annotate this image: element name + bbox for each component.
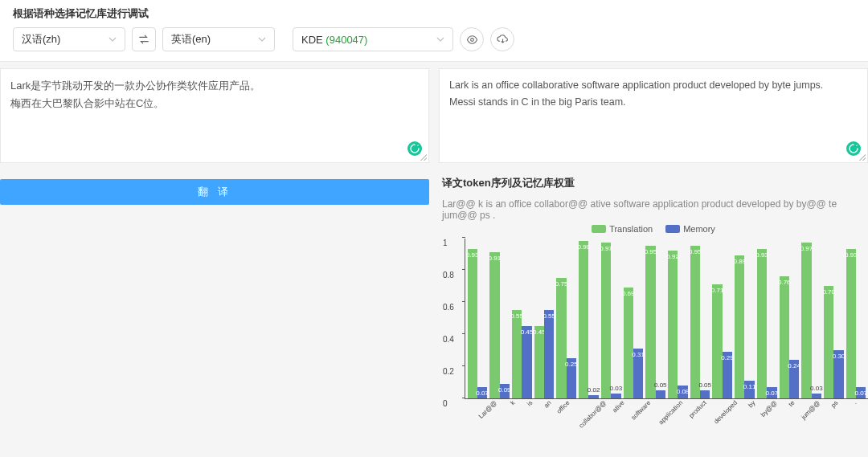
resize-handle-icon[interactable] [859,154,866,161]
source-language-select[interactable]: 汉语(zh) [13,27,125,51]
legend-item-translation[interactable]: Translation [592,224,653,234]
bar-translation: 0.97 [801,243,811,398]
target-column: Lark is an office collaborative software… [434,68,868,457]
bar-translation: 0.70 [824,286,833,398]
bar-memory: 0.05 [700,390,710,398]
bar-translation: 0.76 [780,276,789,398]
bar-memory: 0.03 [812,394,821,398]
plot-area: 0.930.070.910.090.550.450.450.550.750.25… [465,239,868,399]
chevron-down-icon [258,34,266,46]
bar-memory: 0.07 [767,387,776,398]
bar-group: 0.970.03 [600,239,621,398]
bar-memory: 0.45 [522,326,531,398]
bar-group: 0.970.03 [801,239,822,398]
bar-translation: 0.55 [512,310,522,398]
bar-translation: 0.45 [534,326,544,398]
x-axis-labels: Lar@@kisanofficecollabor@@ativesoftwarea… [465,399,868,439]
bar-group: 0.750.25 [556,239,577,398]
bar-translation: 0.91 [489,252,499,398]
bar-memory: 0.02 [588,395,598,398]
preview-button[interactable] [460,27,484,51]
bar-translation: 0.75 [556,278,566,398]
bar-translation: 0.97 [601,243,611,398]
chevron-down-icon [108,34,117,46]
swap-languages-button[interactable] [132,27,156,51]
memory-db-value: KDE (940047) [301,34,367,46]
memory-db-select[interactable]: KDE (940047) [293,27,453,51]
bar-group: 0.930.07 [467,239,488,398]
chevron-down-icon [436,34,444,46]
bar-group: 0.950.05 [645,239,666,398]
bar-group: 0.930.07 [756,239,777,398]
bar-translation: 0.93 [468,249,477,398]
bar-group: 0.980.02 [579,239,600,398]
bar-memory: 0.03 [611,394,620,398]
bar-memory: 0.09 [500,384,510,398]
bar-memory: 0.30 [833,350,843,398]
main-content: 翻 译 Lark is an office collaborative soft… [0,62,868,457]
bar-group: 0.910.09 [489,239,510,398]
target-text-panel: Lark is an office collaborative software… [439,68,868,163]
bar-memory: 0.07 [477,387,487,398]
bar-memory: 0.31 [633,349,643,398]
bar-memory: 0.08 [678,386,687,398]
bars-container: 0.930.070.910.090.550.450.450.550.750.25… [465,239,868,398]
y-tick-label: 0.2 [443,367,454,376]
bar-translation: 0.71 [712,284,722,398]
y-tick-label: 0.6 [443,303,454,312]
bar-translation: 0.98 [579,241,588,398]
bar-translation: 0.95 [645,246,655,398]
legend-item-memory[interactable]: Memory [665,224,715,234]
eye-icon [466,34,478,46]
bar-translation: 0.95 [690,246,700,398]
cloud-download-icon [497,34,509,46]
bar-group: 0.450.55 [534,239,555,398]
bar-group: 0.550.45 [511,239,532,398]
target-language-value: 英语(en) [171,32,211,47]
bar-group: 0.890.11 [735,239,755,398]
svg-point-0 [470,38,473,41]
bar-memory: 0.25 [567,358,576,398]
bar-memory: 0.29 [723,352,732,398]
y-tick-label: 1 [443,239,448,247]
download-button[interactable] [490,27,514,51]
bar-translation: 0.93 [757,249,767,398]
weights-section-title: 译文token序列及记忆库权重 [442,176,868,190]
source-language-value: 汉语(zh) [22,32,60,47]
bar-group: 0.710.29 [712,239,733,398]
y-tick-label: 0.8 [443,271,454,280]
target-text-output: Lark is an office collaborative software… [440,69,867,120]
source-column: 翻 译 [0,68,434,457]
bar-translation: 0.93 [846,249,856,398]
token-sequence: Lar@@ k is an office collabor@@ ative so… [442,198,868,221]
bar-translation: 0.69 [624,288,633,398]
legend-swatch-memory [665,225,680,233]
bar-group: 0.930.07 [845,239,866,398]
bar-memory: 0.55 [544,310,554,398]
header: 根据语种选择记忆库进行调试 汉语(zh) 英语(en) KDE (940047) [0,0,868,62]
bar-group: 0.950.05 [690,239,710,398]
target-language-select[interactable]: 英语(en) [162,27,275,51]
bar-memory: 0.24 [789,360,799,398]
bar-memory: 0.05 [656,390,665,398]
controls-row: 汉语(zh) 英语(en) KDE (940047) [13,27,855,51]
bar-group: 0.760.24 [779,239,800,398]
chart-legend: Translation Memory [439,224,868,234]
y-tick-label: 0 [443,399,448,408]
translate-button[interactable]: 翻 译 [0,179,429,205]
bar-memory: 0.11 [744,381,754,398]
source-text-panel [0,68,429,163]
bar-group: 0.700.30 [824,239,845,398]
swap-icon [138,34,149,45]
bar-translation: 0.89 [735,255,744,398]
bar-group: 0.690.31 [623,239,644,398]
source-text-input[interactable] [1,69,428,162]
page-title: 根据语种选择记忆库进行调试 [13,6,855,21]
bar-group: 0.920.08 [667,239,688,398]
resize-handle-icon[interactable] [420,154,427,161]
weights-chart: Translation Memory 0.930.070.910.090.550… [439,224,868,457]
bar-memory: 0.07 [856,387,866,398]
legend-swatch-translation [592,225,606,233]
bar-translation: 0.92 [668,251,678,398]
y-tick-label: 0.4 [443,335,454,344]
